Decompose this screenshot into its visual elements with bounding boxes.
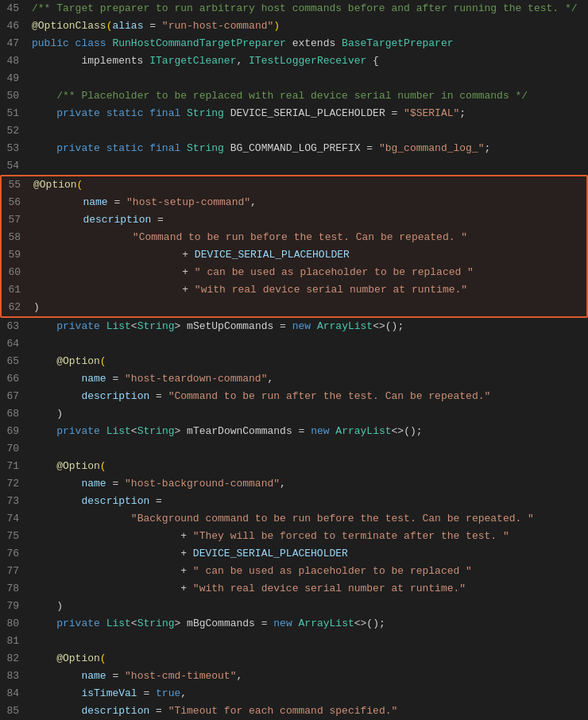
token	[33, 196, 83, 208]
token: <>();	[392, 425, 423, 437]
token	[33, 231, 133, 243]
token: =	[106, 478, 125, 490]
token: ITestLoggerReceiver	[249, 55, 366, 67]
token	[32, 390, 81, 402]
line-content: private static final String BG_COMMAND_L…	[29, 140, 588, 157]
code-line: 54	[0, 157, 588, 175]
token: =	[108, 196, 126, 208]
code-line: 47public class RunHostCommandTargetPrepa…	[0, 35, 588, 52]
line-number: 80	[0, 615, 29, 633]
token	[32, 617, 56, 629]
code-line: 82 @Option(	[0, 650, 588, 668]
code-line: 81	[0, 633, 588, 650]
line-number: 67	[0, 388, 29, 405]
line-number: 49	[0, 70, 29, 87]
line-number: 70	[0, 440, 29, 458]
code-line: 46@OptionClass(alias = "run-host-command…	[0, 17, 588, 35]
line-content: + DEVICE_SERIAL_PLACEHOLDER	[30, 246, 586, 264]
token: ,	[236, 55, 249, 67]
code-line: 58 "Command to be run before the test. C…	[2, 229, 586, 246]
line-number: 50	[0, 87, 29, 105]
line-number: 72	[0, 475, 29, 493]
line-content	[29, 70, 588, 87]
line-content: @Option(	[29, 650, 588, 668]
line-number: 45	[0, 0, 29, 17]
token: BG_COMMAND_LOG_PREFIX =	[224, 142, 379, 154]
token: "Command to be run after the test. Can b…	[168, 390, 491, 402]
code-line: 72 name = "host-background-command",	[0, 475, 588, 493]
token: =	[151, 214, 164, 226]
token	[32, 478, 81, 490]
token: "$SERIAL"	[404, 107, 459, 119]
token: @Option	[56, 460, 100, 472]
token: "bg_command_log_"	[379, 142, 485, 154]
line-number: 78	[0, 580, 29, 598]
token: @OptionClass	[32, 20, 106, 32]
token: )	[33, 301, 40, 313]
code-line: 71 @Option(	[0, 458, 588, 475]
code-line: 79 )	[0, 598, 588, 615]
line-content: name = "host-background-command",	[29, 475, 588, 493]
code-line: 61 + "with real device serial number at …	[2, 281, 586, 299]
line-content: "Command to be run before the test. Can …	[30, 229, 586, 246]
token: implements	[32, 55, 149, 67]
token: String	[137, 320, 175, 332]
line-content	[29, 122, 588, 140]
token: =	[149, 390, 168, 402]
token: String	[137, 425, 175, 437]
line-content: @Option(	[29, 458, 588, 475]
token: String	[137, 617, 175, 629]
line-content: + "They will be forced to terminate afte…	[29, 528, 588, 545]
line-content: private List<String> mSetUpCommands = ne…	[29, 318, 588, 335]
token: "host-background-command"	[125, 478, 280, 490]
line-number: 63	[0, 318, 29, 335]
line-number: 77	[0, 563, 29, 580]
line-number: 51	[0, 105, 29, 122]
token: @Option	[56, 355, 100, 367]
token: @Option	[33, 179, 77, 191]
token: new	[311, 425, 335, 437]
line-content: public class RunHostCommandTargetPrepare…	[29, 35, 588, 52]
token: List	[106, 617, 131, 629]
token: (	[100, 460, 106, 472]
token: new	[273, 617, 298, 629]
token: <	[131, 320, 137, 332]
token: isTimeVal	[81, 687, 137, 699]
line-content: + " can be used as placeholder to be rep…	[29, 563, 588, 580]
token: private static final	[56, 107, 187, 119]
token	[32, 687, 81, 699]
code-line: 45/** Target preparer to run arbitrary h…	[0, 0, 588, 17]
token: =	[137, 687, 156, 699]
code-line: 56 name = "host-setup-command",	[2, 194, 586, 211]
token	[32, 142, 56, 154]
token: =	[149, 705, 168, 717]
line-content: isTimeVal = true,	[29, 685, 588, 703]
line-content: + DEVICE_SERIAL_PLACEHOLDER	[29, 545, 588, 563]
code-line: 50 /** Placeholder to be replaced with r…	[0, 87, 588, 105]
token: )	[32, 600, 63, 612]
token: alias	[112, 20, 143, 32]
token: ;	[397, 320, 404, 332]
code-editor: 45/** Target preparer to run arbitrary h…	[0, 0, 588, 720]
token: " can be used as placeholder to be repla…	[193, 565, 472, 577]
token: BaseTargetPreparer	[342, 37, 453, 49]
token	[32, 107, 56, 119]
token: > mBgCommands =	[174, 617, 273, 629]
code-line: 62)	[2, 299, 586, 316]
line-content: + " can be used as placeholder to be rep…	[30, 264, 586, 281]
token: "host-setup-command"	[126, 196, 250, 208]
code-line: 76 + DEVICE_SERIAL_PLACEHOLDER	[0, 545, 588, 563]
token: ,	[236, 670, 242, 682]
highlighted-block: 55@Option(56 name = "host-setup-command"…	[0, 175, 588, 318]
code-line: 83 name = "host-cmd-timeout",	[0, 668, 588, 685]
line-content: description =	[30, 211, 586, 229]
line-content	[29, 440, 588, 458]
line-number: 79	[0, 598, 29, 615]
code-line: 59 + DEVICE_SERIAL_PLACEHOLDER	[2, 246, 586, 264]
token: String	[187, 142, 224, 154]
line-content: + "with real device serial number at run…	[30, 281, 586, 299]
line-number: 73	[0, 493, 29, 510]
line-number: 62	[2, 299, 30, 316]
code-line: 68 )	[0, 405, 588, 423]
token: ArrayList	[335, 425, 391, 437]
